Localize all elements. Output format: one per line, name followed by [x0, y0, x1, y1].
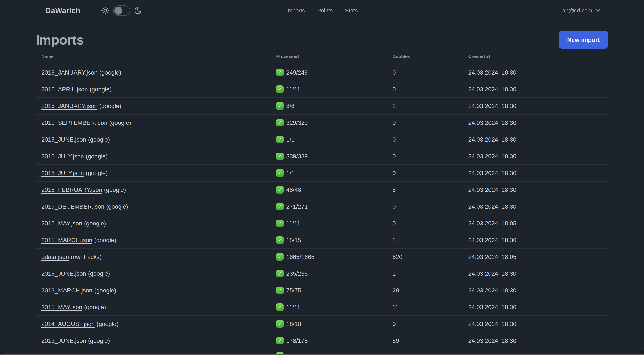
- import-file-link[interactable]: 2018_JULY.json: [41, 153, 84, 160]
- processed-cell: ✓ 11/11: [270, 85, 387, 93]
- check-emoji: ✓: [276, 236, 284, 244]
- doubles-cell: 8: [387, 186, 463, 193]
- name-cell: 2015_JULY.json(google): [36, 170, 270, 177]
- check-glyph: ✓: [278, 305, 282, 310]
- table-row: 2015_MARCH.json(google) ✓ 15/15 1 24.03.…: [36, 232, 608, 249]
- check-glyph: ✓: [278, 120, 282, 125]
- processed-count: 1/1: [286, 136, 294, 143]
- processed-cell: ✓ 329/329: [270, 119, 387, 126]
- doubles-cell: 0: [387, 136, 463, 143]
- check-emoji: ✓: [276, 203, 284, 210]
- processed-cell: ✓ 1/1: [270, 136, 387, 143]
- check-glyph: ✓: [278, 322, 282, 327]
- import-file-link[interactable]: 2015_JULY.json: [41, 170, 84, 176]
- name-cell: 2013_JUNE.json(google): [36, 337, 270, 344]
- theme-toggle[interactable]: [101, 5, 142, 16]
- processed-count: 18/18: [286, 321, 301, 328]
- user-email: ab@cd.com: [562, 7, 592, 14]
- name-cell: 2018_JULY.json(google): [36, 153, 270, 160]
- import-file-link[interactable]: 2013_JUNE.json: [41, 337, 86, 344]
- main-content: Imports New import Name Processed Double…: [0, 31, 644, 354]
- import-source: (google): [86, 170, 108, 176]
- import-source: (google): [84, 220, 106, 227]
- theme-toggle-switch[interactable]: [113, 5, 130, 16]
- name-cell: 2013_MARCH.json(google): [36, 287, 270, 294]
- processed-count: 8/8: [286, 103, 294, 109]
- doubles-cell: 0: [387, 321, 463, 328]
- name-cell: 2015_APRIL.json(google): [36, 86, 270, 93]
- navbar: DaWarIch: [0, 0, 644, 21]
- processed-cell: ✓ 178/178: [270, 337, 387, 345]
- import-file-link[interactable]: 2015_JANUARY.json: [41, 103, 98, 109]
- doubles-cell: 0: [387, 86, 463, 93]
- import-file-link[interactable]: 2018_JANUARY.json: [41, 69, 98, 76]
- nav-link-points[interactable]: Points: [317, 7, 332, 14]
- import-file-link[interactable]: 2018_JUNE.json: [41, 270, 86, 277]
- name-cell: 2015_MARCH.json(google): [36, 237, 270, 244]
- app-logo[interactable]: DaWarIch: [46, 6, 80, 15]
- table-row: 2015_JULY.json(google) ✓ 1/1 0 24.03.202…: [36, 165, 608, 182]
- doubles-cell: 1: [387, 270, 463, 277]
- table-row: 2013_MARCH.json(google) ✓ 75/75 20 24.03…: [36, 282, 608, 299]
- import-file-link[interactable]: 2015_MAY.json: [41, 304, 82, 311]
- check-glyph: ✓: [278, 137, 282, 142]
- name-cell: 2019_SEPTEMBER.json(google): [36, 119, 270, 126]
- user-menu[interactable]: ab@cd.com: [562, 7, 601, 14]
- window-bottom-edge: [0, 354, 644, 355]
- created-at-cell: 24.03.2024, 18:30: [463, 69, 608, 76]
- table-header-row: Name Processed Doubles Created at: [36, 49, 608, 64]
- import-file-link[interactable]: 2014_AUGUST.json: [41, 321, 95, 327]
- import-file-link[interactable]: 2015_JUNE.json: [41, 136, 86, 143]
- processed-cell: ✓ 11/11: [270, 220, 387, 227]
- table-body: 2018_JANUARY.json(google) ✓ 249/249 0 24…: [36, 64, 608, 354]
- table-row: 2018_JUNE.json(google) ✓ 235/235 1 24.03…: [36, 265, 608, 282]
- processed-count: 235/235: [286, 270, 308, 277]
- column-header-doubles: Doubles: [387, 54, 463, 59]
- check-emoji: ✓: [276, 102, 284, 110]
- table-row: 2015_FEBRUARY.json(google) ✓ 48/48 8 24.…: [36, 182, 608, 198]
- theme-toggle-knob: [114, 7, 122, 14]
- import-source: (google): [99, 69, 121, 76]
- check-glyph: ✓: [278, 104, 282, 109]
- import-file-link[interactable]: 2015_FEBRUARY.json: [41, 186, 102, 193]
- nav-link-stats[interactable]: Stats: [345, 7, 358, 14]
- nav-link-imports[interactable]: Imports: [286, 7, 305, 14]
- import-file-link[interactable]: 2019_DECEMBER.json: [41, 203, 104, 210]
- doubles-cell: 2: [387, 103, 463, 109]
- created-at-cell: 24.03.2024, 18:30: [463, 86, 608, 93]
- created-at-cell: 24.03.2024, 18:30: [463, 153, 608, 160]
- name-cell: 2015_MAY.json(google): [36, 304, 270, 311]
- doubles-cell: 820: [387, 254, 463, 260]
- created-at-cell: 24.03.2024, 18:05: [463, 254, 608, 260]
- import-file-link[interactable]: 2019_SEPTEMBER.json: [41, 119, 107, 126]
- processed-cell: ✓ 235/235: [270, 270, 387, 277]
- check-emoji: ✓: [276, 253, 284, 261]
- column-header-processed: Processed: [270, 54, 387, 59]
- import-source: (google): [90, 86, 112, 93]
- import-source: (google): [88, 270, 110, 277]
- check-emoji: ✓: [276, 169, 284, 177]
- import-file-link[interactable]: 2015_MAY.json: [41, 220, 82, 227]
- name-cell: 2015_JANUARY.json(google): [36, 103, 270, 109]
- name-cell: 2014_AUGUST.json(google): [36, 321, 270, 328]
- created-at-cell: 24.03.2024, 18:30: [463, 203, 608, 210]
- name-cell: 2015_FEBRUARY.json(google): [36, 186, 270, 193]
- check-emoji: ✓: [276, 287, 284, 294]
- processed-count: 329/329: [286, 119, 308, 126]
- import-file-link[interactable]: 2015_MARCH.json: [41, 237, 92, 243]
- chevron-down-icon: [595, 7, 601, 14]
- import-source: (google): [96, 321, 118, 327]
- new-import-button[interactable]: New import: [559, 31, 608, 49]
- check-emoji: ✓: [276, 119, 284, 126]
- check-emoji: ✓: [276, 337, 284, 345]
- import-file-link[interactable]: 2015_APRIL.json: [41, 86, 88, 93]
- doubles-cell: 1: [387, 237, 463, 244]
- table-row: 2015_APRIL.json(google) ✓ 11/11 0 24.03.…: [36, 81, 608, 98]
- check-glyph: ✓: [278, 354, 282, 354]
- import-file-link[interactable]: 2013_MARCH.json: [41, 287, 92, 294]
- import-file-link[interactable]: odata.json: [41, 254, 69, 260]
- import-source: (google): [86, 153, 108, 160]
- processed-count: 75/75: [286, 287, 301, 294]
- processed-cell: ✓ 15/15: [270, 236, 387, 244]
- check-emoji: ✓: [276, 303, 284, 311]
